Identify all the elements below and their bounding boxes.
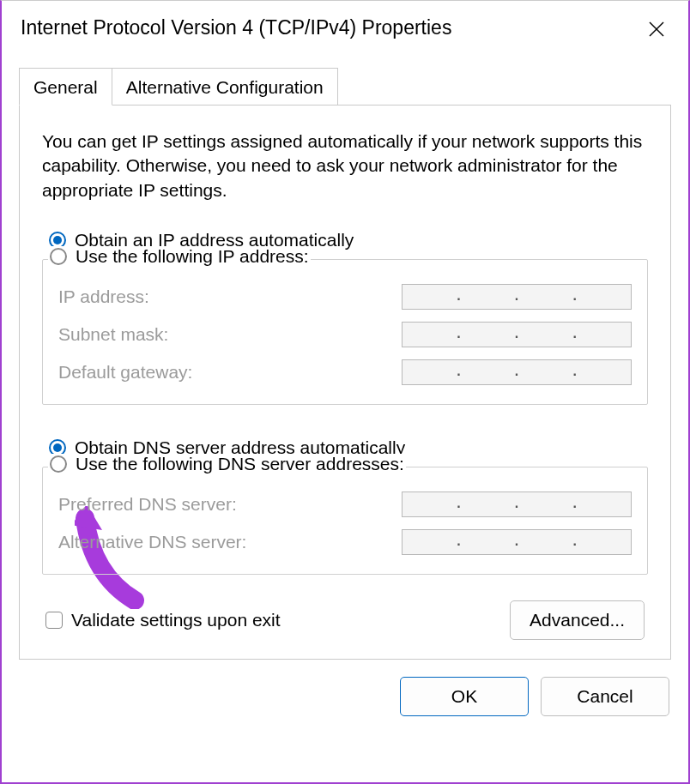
- close-icon[interactable]: [644, 16, 669, 42]
- input-subnet-mask[interactable]: ...: [402, 322, 632, 347]
- tab-general[interactable]: General: [19, 68, 112, 106]
- field-default-gateway: Default gateway: ...: [58, 359, 632, 385]
- tab-alternative-configuration[interactable]: Alternative Configuration: [112, 68, 338, 105]
- field-alternative-dns: Alternative DNS server: ...: [58, 529, 632, 555]
- field-label: Alternative DNS server:: [58, 532, 246, 552]
- title-bar: Internet Protocol Version 4 (TCP/IPv4) P…: [2, 1, 688, 52]
- field-preferred-dns: Preferred DNS server: ...: [58, 492, 632, 517]
- tab-panel: General Alternative Configuration You ca…: [19, 68, 671, 660]
- advanced-button[interactable]: Advanced...: [510, 600, 645, 640]
- checkbox-icon: [45, 612, 63, 629]
- ok-button[interactable]: OK: [400, 677, 529, 716]
- field-subnet-mask: Subnet mask: ...: [58, 322, 632, 347]
- field-ip-address: IP address: ...: [58, 284, 632, 310]
- group-ip-manual: Use the following IP address: IP address…: [42, 259, 648, 405]
- checkbox-label: Validate settings upon exit: [71, 610, 281, 630]
- radio-label: Use the following DNS server addresses:: [76, 454, 404, 474]
- input-preferred-dns[interactable]: ...: [402, 492, 632, 517]
- field-label: Preferred DNS server:: [58, 494, 237, 515]
- field-label: Default gateway:: [58, 362, 192, 383]
- dialog-buttons: OK Cancel: [2, 677, 669, 716]
- checkbox-validate-settings[interactable]: Validate settings upon exit: [45, 610, 281, 630]
- cancel-button[interactable]: Cancel: [541, 677, 669, 716]
- field-label: IP address:: [58, 286, 149, 307]
- input-ip-address[interactable]: ...: [402, 284, 632, 310]
- window-title: Internet Protocol Version 4 (TCP/IPv4) P…: [21, 16, 451, 39]
- tab-content-general: You can get IP settings assigned automat…: [19, 105, 671, 660]
- radio-ip-manual[interactable]: Use the following IP address:: [48, 246, 311, 267]
- validate-row: Validate settings upon exit Advanced...: [45, 600, 645, 640]
- radio-label: Use the following IP address:: [76, 246, 309, 267]
- input-default-gateway[interactable]: ...: [402, 359, 632, 385]
- radio-dns-manual[interactable]: Use the following DNS server addresses:: [48, 454, 406, 474]
- group-dns-manual: Use the following DNS server addresses: …: [42, 467, 648, 575]
- radio-icon: [50, 455, 67, 473]
- input-alternative-dns[interactable]: ...: [402, 529, 632, 555]
- field-label: Subnet mask:: [58, 324, 168, 345]
- intro-text: You can get IP settings assigned automat…: [42, 130, 648, 202]
- tab-strip: General Alternative Configuration: [19, 68, 671, 105]
- radio-icon: [50, 248, 67, 265]
